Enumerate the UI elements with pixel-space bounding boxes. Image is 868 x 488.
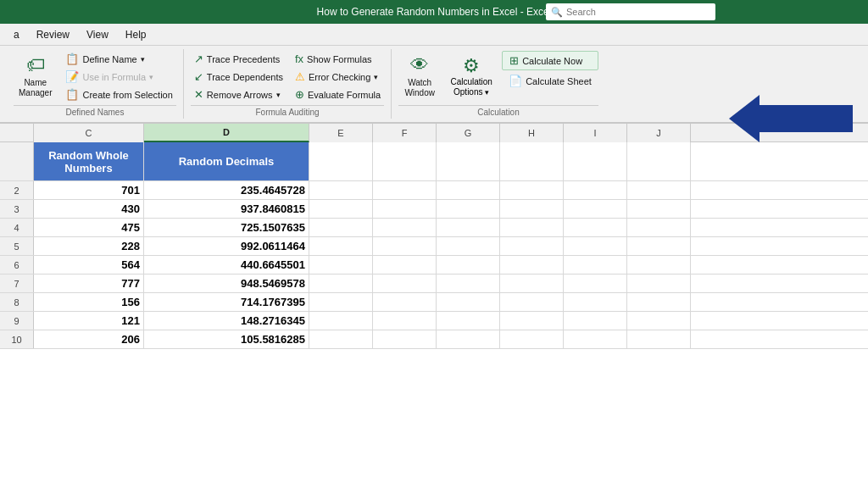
use-in-formula-dropdown[interactable]: ▾ xyxy=(149,73,153,81)
cell-j-3[interactable] xyxy=(627,200,691,218)
error-checking-button[interactable]: ⚠ Error Checking ▾ xyxy=(292,69,384,85)
cell-i-10[interactable] xyxy=(564,330,627,348)
cell-g-9[interactable] xyxy=(437,312,500,330)
cell-i-4[interactable] xyxy=(564,219,627,236)
cell-f-3[interactable] xyxy=(373,200,437,218)
cell-e-10[interactable] xyxy=(309,330,373,348)
cell-j-8[interactable] xyxy=(627,293,691,311)
trace-dependents-button[interactable]: ↙ Trace Dependents xyxy=(191,69,287,85)
cell-g-5[interactable] xyxy=(437,237,500,255)
cell-j-5[interactable] xyxy=(627,237,691,255)
cell-c-6[interactable]: 564 xyxy=(34,256,144,274)
cell-f-7[interactable] xyxy=(373,274,437,292)
define-name-dropdown[interactable]: ▾ xyxy=(141,55,145,64)
col-header-j[interactable]: J xyxy=(627,124,691,142)
cell-f-header[interactable] xyxy=(373,142,437,180)
cell-h-8[interactable] xyxy=(500,293,564,311)
cell-g-2[interactable] xyxy=(437,181,500,199)
cell-c-5[interactable]: 228 xyxy=(34,237,144,255)
cell-j-header[interactable] xyxy=(627,142,691,180)
cell-i-8[interactable] xyxy=(564,293,627,311)
watch-window-button[interactable]: 👁 WatchWindow xyxy=(398,51,441,102)
cell-c-10[interactable]: 206 xyxy=(34,330,144,348)
calculation-options-button[interactable]: ⚙ CalculationOptions ▾ xyxy=(446,51,497,102)
col-header-d[interactable]: D xyxy=(144,124,309,142)
evaluate-formula-button[interactable]: ⊕ Evaluate Formula xyxy=(292,86,384,103)
cell-i-header[interactable] xyxy=(564,142,627,180)
cell-f-5[interactable] xyxy=(373,237,437,255)
cell-d-3[interactable]: 937.8460815 xyxy=(144,200,309,218)
cell-e-header[interactable] xyxy=(309,142,373,180)
cell-g-6[interactable] xyxy=(437,256,500,274)
cell-c-2[interactable]: 701 xyxy=(34,181,144,199)
cell-d-5[interactable]: 992.0611464 xyxy=(144,237,309,255)
cell-f-4[interactable] xyxy=(373,219,437,236)
search-input[interactable] xyxy=(566,7,710,17)
cell-f-10[interactable] xyxy=(373,330,437,348)
col-header-g[interactable]: G xyxy=(437,124,500,142)
show-formulas-button[interactable]: fx Show Formulas xyxy=(292,51,384,67)
cell-j-9[interactable] xyxy=(627,312,691,330)
cell-d-8[interactable]: 714.1767395 xyxy=(144,293,309,311)
cell-i-3[interactable] xyxy=(564,200,627,218)
cell-e-4[interactable] xyxy=(309,219,373,236)
menu-item-a[interactable]: a xyxy=(7,26,26,43)
create-from-selection-button[interactable]: 📋 Create from Selection xyxy=(62,86,175,103)
cell-h-3[interactable] xyxy=(500,200,564,218)
cell-i-5[interactable] xyxy=(564,237,627,255)
cell-d-4[interactable]: 725.1507635 xyxy=(144,219,309,236)
menu-item-help[interactable]: Help xyxy=(119,26,153,43)
trace-precedents-button[interactable]: ↗ Trace Precedents xyxy=(191,51,287,67)
calculate-sheet-button[interactable]: 📄 Calculate Sheet xyxy=(502,72,598,90)
cell-j-6[interactable] xyxy=(627,256,691,274)
cell-e-6[interactable] xyxy=(309,256,373,274)
cell-c-3[interactable]: 430 xyxy=(34,200,144,218)
cell-g-8[interactable] xyxy=(437,293,500,311)
col-header-c[interactable]: C xyxy=(34,124,144,142)
cell-j-7[interactable] xyxy=(627,274,691,292)
cell-e-2[interactable] xyxy=(309,181,373,199)
cell-g-7[interactable] xyxy=(437,274,500,292)
use-in-formula-button[interactable]: 📝 Use in Formula ▾ xyxy=(62,69,175,85)
cell-d-7[interactable]: 948.5469578 xyxy=(144,274,309,292)
cell-h-9[interactable] xyxy=(500,312,564,330)
cell-f-9[interactable] xyxy=(373,312,437,330)
cell-g-10[interactable] xyxy=(437,330,500,348)
remove-arrows-dropdown[interactable]: ▾ xyxy=(276,91,281,99)
cell-g-header[interactable] xyxy=(437,142,500,180)
cell-f-6[interactable] xyxy=(373,256,437,274)
cell-d-9[interactable]: 148.2716345 xyxy=(144,312,309,330)
cell-e-5[interactable] xyxy=(309,237,373,255)
cell-h-4[interactable] xyxy=(500,219,564,236)
col-header-h[interactable]: H xyxy=(500,124,564,142)
cell-i-6[interactable] xyxy=(564,256,627,274)
cell-e-3[interactable] xyxy=(309,200,373,218)
cell-e-9[interactable] xyxy=(309,312,373,330)
remove-arrows-button[interactable]: ✕ Remove Arrows ▾ xyxy=(191,86,287,103)
cell-j-4[interactable] xyxy=(627,219,691,236)
menu-item-review[interactable]: Review xyxy=(30,26,76,43)
col-c-header-cell[interactable]: Random Whole Numbers xyxy=(34,142,144,180)
cell-f-2[interactable] xyxy=(373,181,437,199)
search-box[interactable]: 🔍 xyxy=(546,3,715,20)
cell-h-2[interactable] xyxy=(500,181,564,199)
calculate-now-button[interactable]: ⊞ Calculate Now xyxy=(502,51,598,70)
cell-g-4[interactable] xyxy=(437,219,500,236)
cell-h-10[interactable] xyxy=(500,330,564,348)
cell-d-10[interactable]: 105.5816285 xyxy=(144,330,309,348)
define-name-button[interactable]: 📋 Define Name ▾ xyxy=(62,51,175,67)
cell-c-4[interactable]: 475 xyxy=(34,219,144,236)
cell-e-7[interactable] xyxy=(309,274,373,292)
cell-h-5[interactable] xyxy=(500,237,564,255)
cell-f-8[interactable] xyxy=(373,293,437,311)
cell-i-9[interactable] xyxy=(564,312,627,330)
cell-i-2[interactable] xyxy=(564,181,627,199)
cell-c-8[interactable]: 156 xyxy=(34,293,144,311)
cell-c-7[interactable]: 777 xyxy=(34,274,144,292)
col-header-e[interactable]: E xyxy=(309,124,373,142)
col-d-header-cell[interactable]: Random Decimals xyxy=(144,142,309,180)
cell-c-9[interactable]: 121 xyxy=(34,312,144,330)
cell-j-10[interactable] xyxy=(627,330,691,348)
menu-item-view[interactable]: View xyxy=(80,26,115,43)
cell-g-3[interactable] xyxy=(437,200,500,218)
